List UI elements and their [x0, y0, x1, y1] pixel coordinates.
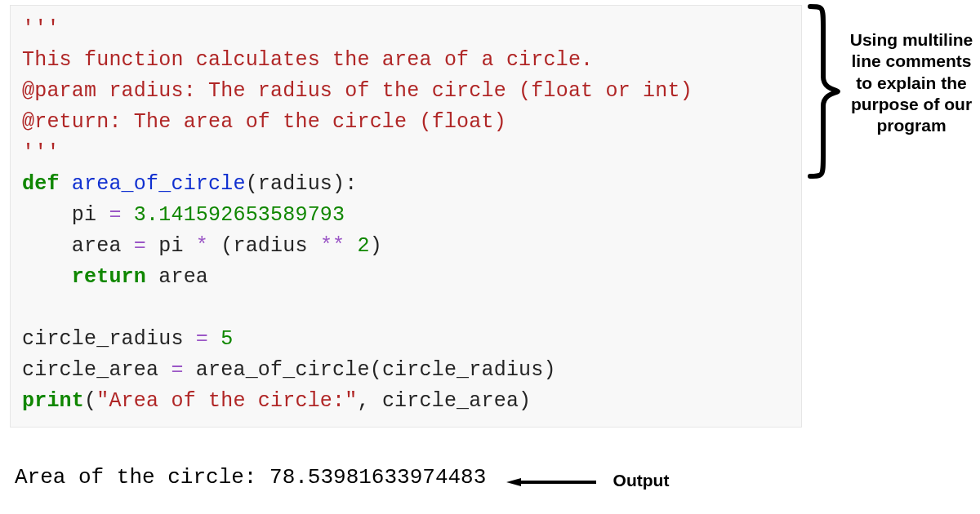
- circle-radius-val: 5: [208, 327, 233, 351]
- equals-1: =: [109, 203, 121, 227]
- arrow-left-icon: [506, 478, 596, 486]
- doc-line-2: @param radius: The radius of the circle …: [22, 79, 693, 103]
- def-keyword: def: [22, 172, 60, 196]
- doc-line-1: This function calculates the area of a c…: [22, 48, 593, 72]
- paren-open: (: [246, 172, 258, 196]
- doc-line-3: @return: The area of the circle (float): [22, 110, 506, 134]
- svg-marker-1: [506, 478, 521, 486]
- print-string: "Area of the circle:": [96, 389, 357, 413]
- area-rhs-2: (radius: [208, 234, 320, 258]
- equals-2: =: [134, 234, 146, 258]
- circle-area-call: area_of_circle(circle_radius): [184, 358, 556, 382]
- paren-close: ):: [332, 172, 357, 196]
- program-output: Area of the circle: 78.53981633974483: [15, 465, 486, 490]
- circle-area-lhs: circle_area: [22, 358, 171, 382]
- docstring-close: ''': [22, 141, 60, 165]
- print-rest: , circle_area): [357, 389, 531, 413]
- pi-lhs: pi: [22, 203, 109, 227]
- print-keyword: print: [22, 389, 84, 413]
- annotation-comments: Using multiline line comments to explain…: [843, 29, 980, 136]
- return-var: area: [146, 265, 208, 289]
- equals-3: =: [196, 327, 208, 351]
- double-star-op: **: [320, 234, 345, 258]
- two-literal: 2: [345, 234, 369, 258]
- area-lhs: area: [22, 234, 134, 258]
- curly-brace-icon: [800, 3, 841, 179]
- circle-radius-lhs: circle_radius: [22, 327, 196, 351]
- docstring-open: ''': [22, 17, 60, 41]
- pi-value: 3.141592653589793: [122, 203, 345, 227]
- code-content: ''' This function calculates the area of…: [22, 14, 790, 417]
- param-radius: radius: [258, 172, 332, 196]
- annotation-output: Output: [604, 470, 678, 491]
- function-name: area_of_circle: [72, 172, 246, 196]
- area-rhs-1: pi: [146, 234, 196, 258]
- area-rhs-close: ): [370, 234, 382, 258]
- return-keyword: return: [22, 265, 146, 289]
- code-block: ''' This function calculates the area of…: [10, 5, 802, 428]
- equals-4: =: [171, 358, 183, 382]
- print-open: (: [84, 389, 96, 413]
- star-op: *: [196, 234, 208, 258]
